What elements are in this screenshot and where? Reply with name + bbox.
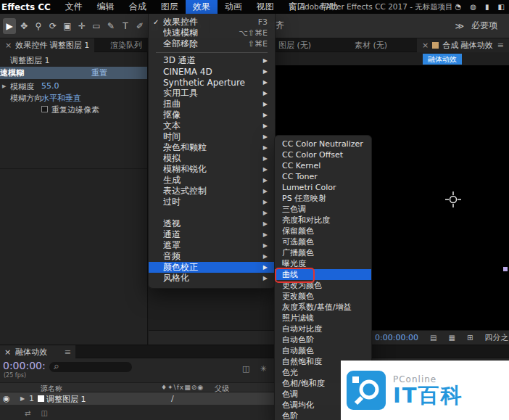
menu-item-auto-contrast[interactable]: 自动对比度	[275, 324, 371, 334]
menu-item-color-correction[interactable]: 颜色校正▶	[149, 262, 275, 273]
menu-item-effect-controls[interactable]: ✓效果控件F3	[149, 17, 275, 28]
menu-item-generate[interactable]: 生成▶	[149, 175, 275, 186]
label-color-chip[interactable]	[38, 395, 44, 402]
tab-composition[interactable]: × 合成 融体动效 ≡	[417, 38, 509, 52]
menu-item-cc-toner[interactable]: CC Toner	[275, 171, 371, 182]
region-of-interest-icon[interactable]: ⊞	[467, 334, 473, 342]
twirl-icon[interactable]: ▶	[2, 83, 6, 89]
menu-item-selective-color[interactable]: 可选颜色	[275, 236, 371, 247]
type-tool[interactable]: T	[119, 18, 132, 34]
menu-item-curves[interactable]: 曲线	[275, 269, 371, 280]
blurriness-value[interactable]: 55.0	[41, 81, 59, 91]
menu-item-matte[interactable]: 遮罩▶	[149, 240, 275, 251]
menu-item-ps-arbitrary-map[interactable]: PS 任意映射	[275, 193, 371, 204]
status-icon-2[interactable]: ◍	[470, 3, 476, 11]
menu-animation[interactable]: 动画	[218, 0, 249, 14]
menu-item-tritone[interactable]: 三色调	[275, 204, 371, 215]
menu-item-cc-color-neutralizer[interactable]: CC Color Neutralizer	[275, 139, 371, 149]
shape-tool[interactable]: ▭	[90, 18, 103, 34]
menu-item-text[interactable]: 文本▶	[149, 120, 275, 131]
menu-item-cc-kernel[interactable]: CC Kernel	[275, 160, 371, 171]
transparency-grid-icon[interactable]: ▦	[449, 334, 455, 342]
close-icon[interactable]: ×	[5, 41, 12, 50]
timeline-settings-icon[interactable]: ✳	[260, 364, 266, 374]
blur-direction-select[interactable]: 水平和垂直	[41, 93, 81, 104]
rotation-tool[interactable]: ⟳	[46, 18, 59, 34]
pan-behind-tool[interactable]: ✛	[75, 18, 88, 34]
grid-guides-icon[interactable]: ▤	[430, 334, 436, 342]
close-icon[interactable]: ×	[4, 347, 11, 357]
current-time-display[interactable]: 0:00:00:00	[375, 333, 418, 342]
menu-item-distort[interactable]: 扭曲▶	[149, 99, 275, 110]
menu-item-synthetic-aperture[interactable]: Synthetic Aperture▶	[149, 77, 275, 88]
menu-item-change-to-color[interactable]: 更改为颜色	[275, 280, 371, 291]
tab-effect-controls[interactable]: × 效果控件 调整图层 1	[0, 38, 94, 52]
menu-item-keying[interactable]: 抠像▶	[149, 110, 275, 120]
menu-item-cinema-4d[interactable]: CINEMA 4D▶	[149, 66, 275, 77]
close-icon[interactable]: ×	[422, 41, 429, 50]
menu-item-perspective[interactable]: 透视▶	[149, 218, 275, 229]
comp-mini-flowchart-icon[interactable]: ◫	[242, 364, 249, 374]
timeline-timecode[interactable]: 0:00:00:00	[3, 360, 45, 371]
menu-edit[interactable]: 编辑	[90, 0, 122, 14]
workspace-overflow-icon[interactable]: ≫	[455, 21, 464, 31]
reset-button[interactable]: 重置	[91, 67, 107, 78]
tab-timeline-comp[interactable]: × 融体动效 ≡	[0, 345, 75, 358]
menu-item-expression-controls[interactable]: 表达式控制▶	[149, 186, 275, 197]
menu-item-cc-color-offset[interactable]: CC Color Offset	[275, 149, 371, 160]
menu-item-auto-color[interactable]: 自动颜色	[275, 345, 371, 356]
resolution-select[interactable]: 四分之一 ▾	[484, 332, 509, 343]
menu-effect[interactable]: 效果	[186, 0, 218, 14]
menu-item-simulation[interactable]: 模拟▶	[149, 153, 275, 164]
camera-tool[interactable]: ▣	[61, 18, 74, 34]
hand-tool[interactable]: ✥	[17, 18, 30, 34]
menu-item-noise-grain[interactable]: 杂色和颗粒▶	[149, 142, 275, 153]
menu-item-audio[interactable]: 音频▶	[149, 251, 275, 262]
menu-item-channel[interactable]: 通道▶	[149, 229, 275, 240]
menu-file[interactable]: 文件	[58, 0, 90, 14]
eye-icon[interactable]: ◉	[3, 394, 10, 403]
menu-item-brightness-contrast[interactable]: 亮度和对比度	[275, 215, 371, 226]
menu-item-lumetri-color[interactable]: Lumetri Color	[275, 182, 371, 193]
tab-layer-viewer[interactable]: 图层 (无)	[278, 38, 311, 52]
effect-header-row[interactable]: 快速模糊 重置	[0, 67, 147, 79]
menu-item-change-color[interactable]: 更改颜色	[275, 291, 371, 302]
ec-layer-name[interactable]: 调整图层 1	[10, 55, 50, 66]
pen-tool[interactable]: ✎	[104, 18, 117, 34]
status-icon-3[interactable]: ▮	[485, 3, 489, 11]
workspace-essentials-button[interactable]: 必要项	[471, 20, 497, 32]
menu-item-utility[interactable]: 实用工具▶	[149, 88, 275, 99]
status-icon-4[interactable]: ◧	[498, 3, 505, 11]
menu-item-exposure[interactable]: 曝光度	[275, 258, 371, 269]
brush-tool[interactable]: ✐	[133, 18, 146, 34]
menu-item-photo-filter[interactable]: 照片滤镜	[275, 313, 371, 324]
menu-item-transition[interactable]: ▶	[149, 207, 275, 218]
menu-item-auto-levels[interactable]: 自动色阶	[275, 334, 371, 345]
status-icon-1[interactable]: ◔	[455, 3, 462, 11]
menu-item-gamma-pedestal-gain[interactable]: 灰度系数/基值/增益	[275, 302, 371, 313]
panel-menu-icon[interactable]: ≡	[65, 347, 71, 357]
menu-item-time[interactable]: 时间▶	[149, 131, 275, 142]
layer-name[interactable]: 调整图层 1	[46, 394, 86, 405]
menu-item-stylize[interactable]: 风格化▶	[149, 273, 275, 284]
expand-icon[interactable]: ◫	[41, 409, 47, 417]
menu-item-broadcast-colors[interactable]: 广播颜色	[275, 247, 371, 258]
menu-item-fast-blur[interactable]: 快速模糊⌥⇧⌘E	[149, 28, 275, 38]
layer-switch-icon[interactable]: ∕	[171, 394, 174, 403]
panel-menu-icon[interactable]: ≡	[497, 41, 504, 50]
search-field[interactable]: ⚲	[49, 362, 132, 372]
zoom-tool[interactable]: ⚲	[32, 18, 45, 34]
twirl-icon[interactable]: ▶	[20, 395, 25, 402]
menu-layer[interactable]: 图层	[154, 0, 186, 14]
layer-anchor-point[interactable]	[445, 192, 461, 207]
repeat-edge-checkbox[interactable]	[41, 106, 48, 112]
menu-item-obsolete[interactable]: 过时▶	[149, 197, 275, 207]
tab-footage-viewer[interactable]: 素材 (无)	[355, 38, 387, 52]
layer-handle[interactable]	[503, 267, 508, 271]
menu-view[interactable]: 视图	[249, 0, 281, 14]
menu-composition[interactable]: 合成	[122, 0, 154, 14]
menu-item-remove-all[interactable]: 全部移除⇧⌘E	[149, 38, 275, 49]
menu-item-blur-sharpen[interactable]: 模糊和锐化▶	[149, 164, 275, 175]
menu-item-leave-color[interactable]: 保留颜色	[275, 226, 371, 236]
toggle-switches-icon[interactable]: ⇄	[25, 409, 30, 417]
